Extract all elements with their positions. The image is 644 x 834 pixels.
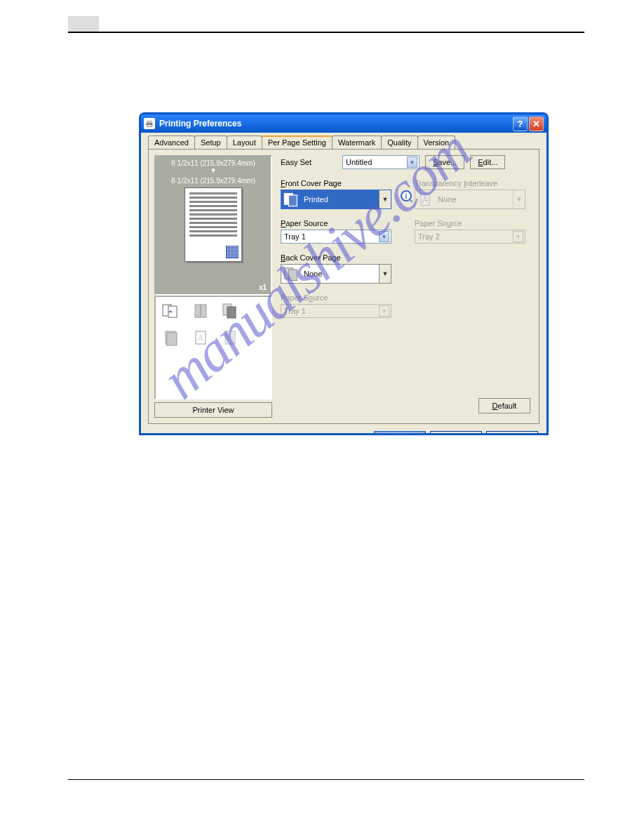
tab-setup[interactable]: Setup (194, 135, 227, 149)
stack-icon[interactable] (160, 328, 182, 348)
chevron-down-icon: ▼ (379, 305, 389, 317)
back-cover-combo[interactable]: None ▼ (281, 264, 391, 284)
easy-set-value: Untitled (346, 158, 372, 166)
transparency-combo: A None ▼ (415, 190, 525, 209)
page-top-rule (68, 32, 584, 33)
preview-arrow-icon: ▼ (210, 167, 217, 174)
chevron-down-icon: ▼ (513, 231, 523, 242)
svg-text:i: i (405, 192, 408, 200)
chevron-down-icon: ▼ (379, 190, 391, 208)
cancel-button[interactable]: Cancel (430, 431, 482, 435)
paper-source-1-field: Paper Source Tray 1 ▼ (281, 219, 399, 244)
chevron-down-icon: ▼ (379, 265, 391, 283)
back-cover-field: Back Cover Page None ▼ (281, 253, 399, 284)
easy-set-label: Easy Set (281, 158, 337, 166)
back-cover-value: None (304, 270, 322, 278)
front-cover-label: Front Cover Page (281, 179, 399, 187)
chevron-down-icon: ▼ (513, 190, 525, 208)
back-cover-label: Back Cover Page (281, 253, 399, 262)
svg-text:A: A (198, 333, 204, 343)
front-cover-value: Printed (304, 195, 328, 204)
cover-pages-icon[interactable] (160, 301, 182, 321)
paper-source-3-field: Paper Source Tray 2 ▼ (415, 219, 533, 244)
svg-rect-0 (147, 121, 152, 123)
paper-source-2-label: Paper Source (281, 293, 399, 302)
tab-watermark[interactable]: Watermark (332, 135, 382, 149)
save-button[interactable]: Save... (425, 155, 464, 169)
transparency-field: Transparency Interleave A None ▼ (415, 179, 533, 209)
left-column: 8 1/2x11 (215.9x279.4mm) ▼ 8 1/2x11 (215… (154, 155, 272, 418)
paper-source-3-combo: Tray 2 ▼ (415, 230, 525, 244)
easy-set-row: Easy Set Untitled ▼ Save... Edit... (281, 155, 533, 169)
paper-source-2-value: Tray 1 (284, 307, 306, 315)
front-cover-field: Front Cover Page Printed ▼ (281, 179, 399, 209)
paper-source-3-value: Tray 2 (418, 232, 440, 241)
duplex-icon[interactable] (219, 301, 241, 321)
document-icon[interactable] (219, 328, 241, 348)
transparency-icon: A (417, 191, 434, 208)
feature-icon-tray: A (154, 296, 272, 399)
transparency-label: Transparency Interleave (415, 179, 533, 187)
preview-page-icon (185, 187, 242, 262)
paper-source-3-label: Paper Source (415, 219, 533, 227)
booklet-icon[interactable] (189, 301, 212, 321)
info-icon[interactable]: i (401, 190, 415, 204)
tab-advanced[interactable]: Advanced (148, 135, 195, 149)
page-bottom-rule (68, 779, 584, 780)
front-cover-icon (283, 191, 300, 208)
paper-source-2-combo: Tray 1 ▼ (281, 304, 391, 318)
dialog-title: Printing Preferences (159, 119, 241, 128)
default-button[interactable]: Default (478, 398, 530, 413)
front-cover-combo[interactable]: Printed ▼ (281, 190, 391, 209)
paper-source-2-field: Paper Source Tray 1 ▼ (281, 293, 399, 318)
printer-view-button[interactable]: Printer View (154, 402, 272, 418)
preview-multiplier: x1 (259, 284, 267, 291)
edit-button[interactable]: Edit... (470, 155, 505, 169)
chevron-down-icon: ▼ (407, 157, 417, 168)
right-column: Easy Set Untitled ▼ Save... Edit... Fron… (272, 155, 533, 418)
svg-rect-14 (225, 331, 235, 344)
tab-layout[interactable]: Layout (227, 135, 262, 149)
tab-per-page-setting[interactable]: Per Page Setting (262, 135, 333, 149)
svg-text:A: A (422, 195, 428, 205)
paper-source-1-value: Tray 1 (284, 232, 306, 241)
printer-icon (144, 118, 155, 129)
preview-output-size: 8 1/2x11 (215.9x279.4mm) (156, 174, 271, 185)
watermark-page-icon[interactable]: A (189, 328, 212, 348)
dialog-bottom-buttons: OK Cancel Help (141, 431, 546, 435)
svg-rect-22 (288, 270, 297, 281)
titlebar-close-button[interactable]: ✕ (529, 117, 544, 131)
svg-rect-9 (227, 307, 236, 318)
tab-quality[interactable]: Quality (381, 135, 417, 149)
easy-set-combo[interactable]: Untitled ▼ (342, 155, 420, 169)
titlebar: Printing Preferences ? ✕ (141, 114, 546, 133)
svg-rect-11 (167, 333, 177, 345)
chevron-down-icon: ▼ (379, 231, 389, 242)
paper-source-1-combo[interactable]: Tray 1 ▼ (281, 230, 391, 244)
back-cover-icon (283, 265, 300, 282)
svg-rect-20 (288, 195, 297, 206)
page-header-block (68, 16, 99, 32)
titlebar-help-button[interactable]: ? (513, 117, 528, 131)
svg-rect-2 (147, 125, 152, 127)
tab-panel: 8 1/2x11 (215.9x279.4mm) ▼ 8 1/2x11 (215… (148, 149, 539, 424)
svg-rect-7 (201, 305, 206, 317)
ok-button[interactable]: OK (374, 431, 426, 435)
paper-source-1-label: Paper Source (281, 219, 399, 227)
transparency-value: None (438, 195, 456, 204)
tab-version[interactable]: Version (417, 135, 456, 149)
svg-rect-6 (195, 305, 201, 317)
page-preview: 8 1/2x11 (215.9x279.4mm) ▼ 8 1/2x11 (215… (154, 155, 272, 296)
tabs-row: Advanced Setup Layout Per Page Setting W… (141, 133, 546, 149)
printing-preferences-dialog: Printing Preferences ? ✕ Advanced Setup … (139, 112, 549, 435)
help-button[interactable]: Help (486, 431, 538, 435)
preview-original-size: 8 1/2x11 (215.9x279.4mm) (156, 157, 271, 167)
